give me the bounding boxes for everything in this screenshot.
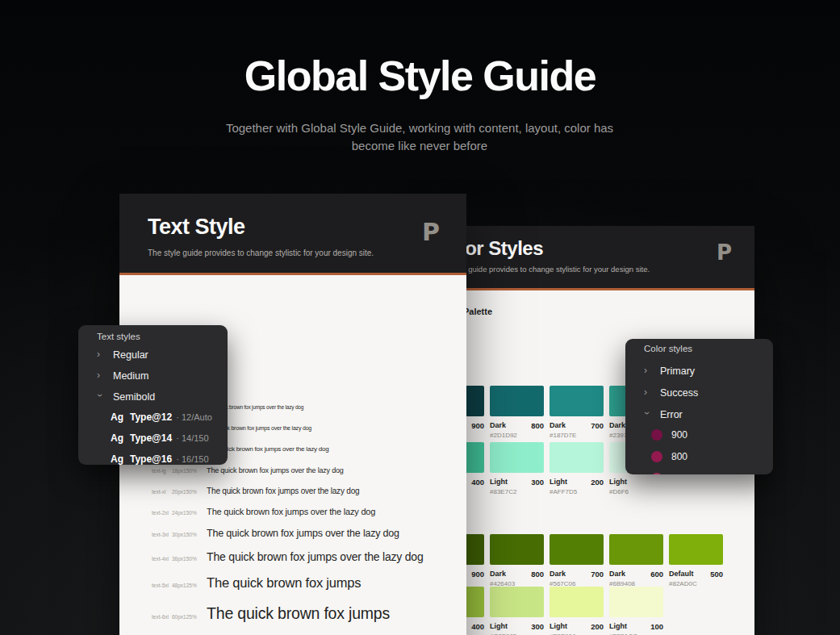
swatch-footer: Light#F3FACC100 (609, 622, 663, 635)
color-dot-icon (651, 473, 662, 474)
color-swatch[interactable] (550, 442, 604, 473)
type-specimen-row: text-2xl24px150%The quick brown fox jump… (152, 507, 466, 516)
swatch-footer: Light#83E7C2300 (490, 478, 544, 495)
type-style-name: Type@16 (130, 453, 172, 465)
color-swatch[interactable] (490, 442, 544, 473)
color-weight-label: 900 (671, 429, 687, 441)
swatch-name: Default (669, 570, 697, 578)
text-styles-panel: Text styles ›Regular›Medium›SemiboldAgTy… (78, 325, 228, 465)
color-swatch[interactable] (609, 534, 663, 565)
chevron-right-icon: › (97, 370, 103, 381)
color-swatch[interactable] (550, 587, 604, 617)
row-size-label: 36px (172, 556, 183, 562)
page-subtitle: Together with Global Style Guide, workin… (210, 119, 629, 155)
color-swatch[interactable] (669, 534, 723, 565)
color-style-group-success[interactable]: ›Success (644, 387, 767, 399)
ag-preview: Ag (111, 411, 130, 423)
type-style-item[interactable]: AgType@16· 16/150 (111, 453, 221, 465)
swatch-hex: #83E7C2 (490, 488, 516, 495)
swatch-hex: #2D1D92 (490, 432, 517, 439)
type-style-meta: · 14/150 (176, 433, 208, 443)
chevron-down-icon: › (94, 394, 106, 400)
color-weight-label: 800 (671, 451, 687, 462)
sample-text: The quick brown fox jumps (207, 575, 361, 591)
swatch-hex: #2397 (609, 432, 627, 439)
text-card-header: Text Style The style guide provides to c… (119, 194, 466, 275)
color-swatch-cell: Light#83E7C2300 (490, 442, 544, 495)
swatch-name-hex: Dark#187D7E (550, 421, 576, 439)
text-style-group-medium[interactable]: ›Medium (97, 370, 221, 382)
group-label: Regular (113, 349, 148, 361)
swatch-hex: #AFF7D5 (550, 488, 577, 495)
sample-text: The quick brown fox jumps (207, 604, 390, 623)
swatch-footer: Light#D6F6 (609, 478, 663, 495)
color-swatch-cell: Dark#426403800 (490, 534, 544, 587)
type-specimen-row: text-3xl30px150%The quick brown fox jump… (152, 528, 466, 539)
color-swatch[interactable] (490, 534, 544, 565)
type-style-item[interactable]: AgType@14· 14/150 (111, 432, 221, 444)
color-swatch[interactable] (490, 587, 544, 617)
swatch-name: Dark (490, 421, 517, 429)
color-style-item[interactable]: 900 (651, 429, 767, 441)
swatch-name: Dark (609, 421, 627, 429)
row-token-label: text-5xl (152, 583, 172, 588)
swatch-name-hex: Light#D6F6 (609, 478, 629, 495)
row-token-label: text-6xl (152, 614, 172, 620)
row-lineheight-label: 125% (183, 583, 207, 588)
color-style-group-error[interactable]: ›Error (644, 409, 767, 420)
type-specimen-row: text-5xl48px125%The quick brown fox jump… (152, 575, 466, 591)
swatch-weight: 700 (591, 421, 604, 439)
color-swatch-cell: Light#C8E685300 (490, 587, 544, 635)
swatch-name: Light (609, 622, 637, 630)
row-size-label: 60px (172, 614, 183, 620)
swatch-weight: 200 (591, 478, 604, 495)
ag-preview: Ag (111, 432, 130, 444)
row-token-label: text-3xl (152, 532, 172, 537)
chevron-right-icon: › (644, 365, 650, 376)
swatch-name: Dark (550, 421, 576, 429)
type-style-item[interactable]: AgType@12· 12/Auto (111, 411, 221, 423)
color-style-item[interactable] (651, 473, 767, 474)
swatch-name: Dark (550, 570, 575, 578)
color-swatch-cell: Light#E5F69A200 (550, 587, 604, 635)
row-size-label: 20px (172, 489, 183, 495)
row-token-label: text-2xl (152, 510, 172, 516)
brand-logo-icon: P (717, 240, 732, 265)
type-specimen-row: text-6xl60px125%The quick brown fox jump… (152, 604, 466, 623)
color-styles-panel: Color styles ›Primary›Success›Error90080… (625, 339, 773, 474)
swatch-name-hex: Dark#6B9408 (609, 570, 635, 587)
row-lineheight-label: 150% (183, 532, 207, 537)
row-size-label: 30px (172, 532, 183, 537)
swatch-weight: 300 (531, 478, 544, 495)
swatch-footer: Dark#187D7E700 (550, 421, 604, 439)
swatch-name: Light (550, 478, 577, 486)
swatch-name-hex: Dark#567C06 (550, 570, 575, 587)
swatch-footer: Light#AFF7D5200 (550, 478, 604, 495)
color-style-group-primary[interactable]: ›Primary (644, 366, 767, 377)
color-swatch[interactable] (550, 534, 604, 565)
swatch-name: Dark (490, 570, 515, 578)
color-swatch[interactable] (490, 386, 544, 416)
group-label: Primary (660, 366, 695, 377)
color-dot-icon (651, 451, 662, 462)
swatch-name-hex: Light#F3FACC (609, 622, 637, 635)
row-token-label: text-xl (152, 489, 172, 495)
swatch-name-hex: Light#AFF7D5 (550, 478, 577, 495)
color-swatch-cell: Light#F3FACC100 (609, 587, 663, 635)
swatch-name-hex: Dark#426403 (490, 570, 515, 587)
row-lineheight-label: 150% (183, 510, 207, 516)
text-style-group-semibold[interactable]: ›Semibold (97, 391, 221, 403)
sample-text: The quick brown fox jumps over the lazy … (207, 550, 423, 563)
text-style-group-regular[interactable]: ›Regular (97, 349, 221, 361)
type-style-name: Type@12 (130, 411, 172, 423)
row-lineheight-label: 150% (183, 489, 207, 495)
chevron-right-icon: › (97, 349, 103, 360)
chevron-right-icon: › (644, 386, 650, 398)
color-style-item[interactable]: 800 (651, 451, 767, 462)
color-swatch[interactable] (550, 386, 604, 416)
color-swatch[interactable] (609, 587, 663, 617)
swatch-weight: 900 (471, 421, 484, 430)
sample-text: The quick brown fox jumps over the lazy … (207, 466, 344, 474)
type-style-name: Type@14 (130, 432, 172, 444)
group-label: Success (660, 387, 698, 399)
